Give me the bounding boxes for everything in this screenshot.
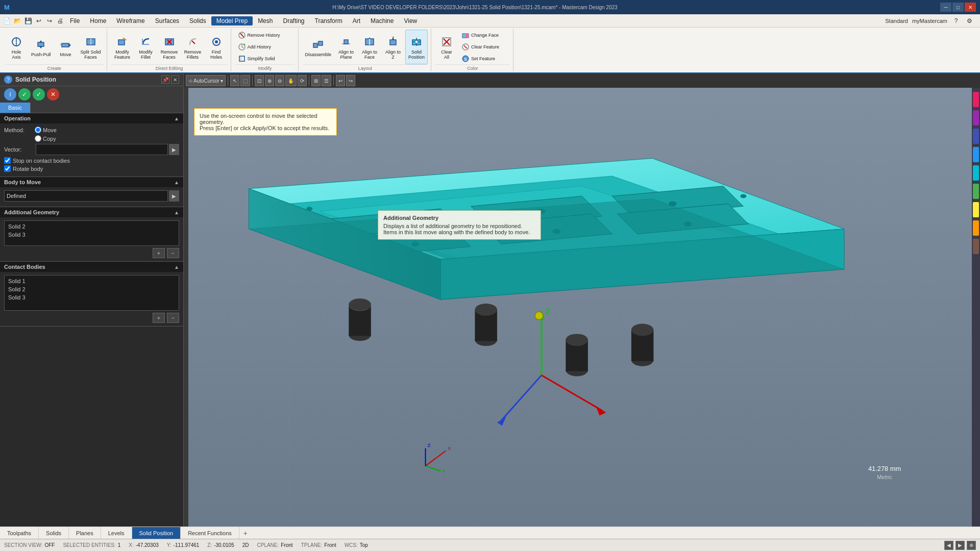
panel-close-button[interactable]: ✕ (171, 76, 179, 84)
contact-body-solid2[interactable]: Solid 2 (6, 285, 177, 293)
viewport[interactable]: ⊹ AutoCursor ▾ ↖ ⬚ ⊡ ⊕ ⊖ ✋ ⟳ ⊞ ☰ ↩ ↪ (184, 73, 980, 527)
color-swatch-6[interactable] (973, 184, 979, 199)
contact-body-solid3[interactable]: Solid 3 (6, 293, 177, 302)
color-swatch-8[interactable] (973, 220, 979, 236)
undo-button[interactable]: ↩ (34, 16, 43, 26)
pan-button[interactable]: ✋ (285, 75, 297, 86)
align-to-face-button[interactable]: Align toFace (358, 30, 381, 64)
color-swatch-9[interactable] (973, 239, 979, 254)
push-pull-button[interactable]: Push-Pull (29, 30, 54, 64)
set-feature-button[interactable]: S Set Feature (459, 53, 510, 64)
menu-art[interactable]: Art (348, 16, 365, 26)
body-to-move-select-button[interactable]: ▶ (169, 190, 179, 202)
statusbar-btn-1[interactable]: ◀ (944, 541, 953, 550)
menu-solids[interactable]: Solids (184, 16, 211, 26)
method-copy-option[interactable]: Copy (35, 135, 56, 142)
split-solid-faces-button[interactable]: Split SolidFaces (78, 30, 104, 64)
menu-surfaces[interactable]: Surfaces (150, 16, 184, 26)
tab-toolpaths[interactable]: Toolpaths (0, 527, 39, 539)
display-options-button[interactable]: ☰ (322, 75, 331, 86)
body-to-move-header[interactable]: Body to Move ▲ (0, 177, 183, 187)
stop-on-contact-checkbox[interactable]: Stop on contact bodies (4, 157, 179, 164)
redo-view-button[interactable]: ↪ (346, 75, 355, 86)
statusbar-btn-3[interactable]: ⊕ (967, 541, 976, 550)
modify-fillet-button[interactable]: ModifyFillet (135, 30, 157, 64)
add-history-button[interactable]: + Add History (235, 41, 286, 53)
method-move-option[interactable]: Move (35, 127, 57, 133)
panel-apply-ok-button[interactable]: ✓ (18, 88, 31, 101)
minimize-button[interactable]: ─ (940, 3, 951, 12)
tab-levels[interactable]: Levels (101, 527, 132, 539)
menu-wireframe[interactable]: Wireframe (111, 16, 150, 26)
color-swatch-3[interactable] (973, 129, 979, 144)
color-swatch-5[interactable] (973, 165, 979, 181)
select-tool-button[interactable]: ⬚ (240, 75, 250, 86)
move-button[interactable]: Move (55, 30, 77, 64)
add-tab-button[interactable]: + (239, 528, 252, 539)
undo-view-button[interactable]: ↩ (336, 75, 345, 86)
tab-solid-position[interactable]: Solid Position (132, 527, 181, 539)
menu-transform[interactable]: Transform (310, 16, 348, 26)
zoom-out-button[interactable]: ⊖ (275, 75, 284, 86)
menu-machine[interactable]: Machine (365, 16, 399, 26)
redo-button[interactable]: ↪ (45, 16, 54, 26)
cursor-tool-button[interactable]: ↖ (230, 75, 239, 86)
panel-tab-basic[interactable]: Basic (0, 103, 31, 113)
help-button[interactable]: ? (951, 16, 961, 26)
clear-all-button[interactable]: ClearAll (435, 30, 458, 64)
contact-body-solid1[interactable]: Solid 1 (6, 277, 177, 285)
vector-select-button[interactable]: ▶ (169, 144, 179, 155)
color-swatch-1[interactable] (973, 92, 979, 107)
additional-geometry-add-button[interactable]: + (153, 248, 165, 258)
panel-help-icon[interactable]: ? (4, 76, 12, 84)
solid-position-button[interactable]: SolidPosition (405, 30, 428, 64)
panel-cancel-button[interactable]: ✕ (47, 88, 59, 101)
rotate-body-check[interactable] (4, 165, 11, 172)
clear-feature-button[interactable]: Clear Feature (459, 41, 510, 53)
color-swatch-7[interactable] (973, 202, 979, 217)
simplify-solid-button[interactable]: Simplify Solid (235, 53, 286, 64)
print-button[interactable]: 🖨 (56, 16, 65, 26)
remove-faces-button[interactable]: RemoveFaces (158, 30, 181, 64)
statusbar-btn-2[interactable]: ▶ (955, 541, 965, 550)
menu-home[interactable]: Home (85, 16, 111, 26)
align-to-z-button[interactable]: Z Align toZ (382, 30, 404, 64)
change-face-button[interactable]: Change Face (459, 30, 510, 41)
remove-history-button[interactable]: Remove History (235, 30, 286, 41)
hole-axis-button[interactable]: HoleAxis (5, 30, 28, 64)
menu-view[interactable]: View (399, 16, 422, 26)
tab-recent-functions[interactable]: Recent Functions (181, 527, 239, 539)
settings-button[interactable]: ⚙ (965, 16, 974, 26)
menu-drafting[interactable]: Drafting (278, 16, 309, 26)
stop-on-contact-check[interactable] (4, 157, 11, 164)
body-to-move-input[interactable] (4, 190, 168, 202)
additional-geometry-item-solid3[interactable]: Solid 3 (6, 231, 177, 239)
vector-input[interactable] (36, 144, 168, 155)
align-to-plane-button[interactable]: Align toPlane (335, 30, 357, 64)
maximize-button[interactable]: □ (952, 3, 964, 12)
additional-geometry-remove-button[interactable]: − (167, 248, 179, 258)
open-button[interactable]: 📂 (13, 16, 22, 26)
close-button[interactable]: ✕ (965, 3, 976, 12)
additional-geometry-header[interactable]: Additional Geometry ▲ (0, 207, 183, 217)
remove-fillets-button[interactable]: RemoveFillets (182, 30, 204, 64)
operation-section-header[interactable]: Operation ▲ (0, 113, 183, 123)
panel-ok-button[interactable]: ✓ (33, 88, 45, 101)
view-options-button[interactable]: ⊞ (311, 75, 321, 86)
contact-bodies-remove-button[interactable]: − (167, 313, 179, 323)
tab-solids[interactable]: Solids (39, 527, 69, 539)
additional-geometry-item-solid2[interactable]: Solid 2 (6, 222, 177, 231)
zoom-in-button[interactable]: ⊕ (265, 75, 274, 86)
rotate-view-button[interactable]: ⟳ (298, 75, 307, 86)
tab-planes[interactable]: Planes (69, 527, 101, 539)
save-button[interactable]: 💾 (23, 16, 33, 26)
zoom-fit-button[interactable]: ⊡ (255, 75, 264, 86)
color-swatch-2[interactable] (973, 110, 979, 126)
contact-bodies-header[interactable]: Contact Bodies ▲ (0, 262, 183, 272)
contact-bodies-add-button[interactable]: + (153, 313, 165, 323)
autocursor-button[interactable]: ⊹ AutoCursor ▾ (186, 75, 226, 86)
method-move-radio[interactable] (35, 127, 41, 133)
rotate-body-checkbox[interactable]: Rotate body (4, 165, 179, 172)
panel-pin-button[interactable]: 📌 (161, 76, 169, 84)
find-holes-button[interactable]: FindHoles (205, 30, 228, 64)
